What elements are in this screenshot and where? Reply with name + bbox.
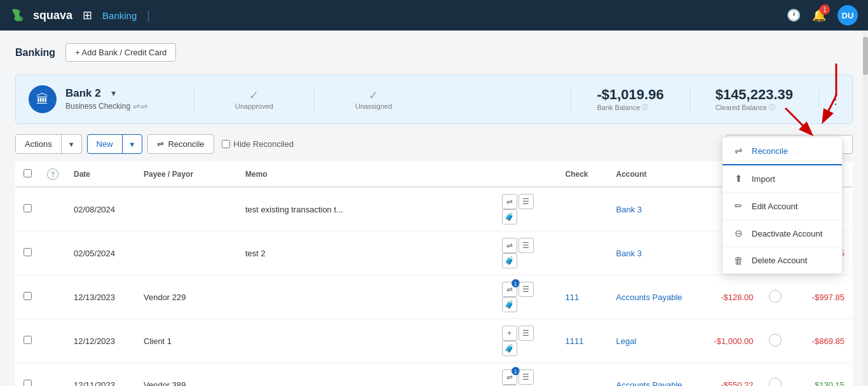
bank-name: Bank 2 [65, 87, 101, 100]
reconcile-circle[interactable] [769, 378, 782, 387]
row-help-cell [39, 363, 66, 387]
row-payee [136, 187, 238, 231]
dropdown-item-icon: ⬆ [733, 173, 744, 184]
dropdown-item-label: Import [752, 174, 775, 184]
reconcile-circle[interactable] [769, 334, 782, 347]
row-action-icon[interactable]: ☰ [519, 194, 534, 209]
grid-icon[interactable]: ⊞ [83, 8, 92, 22]
add-bank-button[interactable]: + Add Bank / Credit Card [65, 43, 176, 62]
row-account[interactable]: Bank 3 [609, 231, 698, 275]
row-action-icon[interactable]: ☰ [519, 282, 534, 297]
nav-icons: 🕐 🔔 1 DU [787, 5, 858, 25]
hide-reconciled-input[interactable] [222, 140, 230, 148]
row-checkbox-cell [16, 363, 40, 387]
new-button[interactable]: New [88, 135, 123, 153]
unassigned-label: Unassigned [355, 102, 392, 110]
row-account[interactable]: Bank 3 [609, 187, 698, 231]
bank-card: 🏛 Bank 2 ▼ Business Checking ⇌⇌ ✓ Unappr… [15, 74, 853, 124]
row-checkbox[interactable] [24, 336, 32, 344]
bank-more-button[interactable]: ⋮ [818, 92, 852, 107]
check-icon-unapproved: ✓ [249, 88, 259, 102]
row-action-icon[interactable]: ☰ [519, 238, 534, 253]
help-icon[interactable]: ? [47, 169, 58, 180]
bank-info: 🏛 Bank 2 ▼ Business Checking ⇌⇌ [16, 75, 194, 123]
dropdown-menu-item-edit-account[interactable]: ✏Edit Account [722, 193, 842, 220]
unassigned-stat: ✓ Unassigned [314, 88, 433, 110]
row-checkbox[interactable] [24, 248, 32, 256]
row-check-num: 111 [558, 275, 609, 319]
table-row: 12/13/2023 Vendor 229 ⇌1☰🧳 111 Accounts … [16, 275, 853, 319]
row-checkbox[interactable] [24, 292, 32, 300]
cleared-balance-info-icon: ⓘ [769, 103, 775, 112]
bank-dropdown-icon[interactable]: ▼ [110, 89, 118, 98]
clock-icon[interactable]: 🕐 [787, 8, 801, 22]
dropdown-menu-item-deactivate-account[interactable]: ⊖Deactivate Account [722, 220, 842, 247]
row-help-cell [39, 187, 66, 231]
row-checkbox-cell [16, 187, 40, 231]
dropdown-menu-item-import[interactable]: ⬆Import [722, 165, 842, 193]
row-date: 12/13/2023 [66, 275, 136, 319]
col-select-all[interactable] [16, 162, 40, 188]
bank-icon: 🏛 [29, 85, 57, 113]
row-action-icon[interactable]: 🧳 [502, 253, 517, 268]
col-icons-header [494, 162, 558, 188]
dropdown-menu-item-delete-account[interactable]: 🗑Delete Account [722, 247, 842, 273]
scrollbar-thumb[interactable] [863, 37, 868, 75]
cleared-balance-label: Cleared Balance ⓘ [715, 103, 793, 112]
row-date: 02/08/2024 [66, 187, 136, 231]
col-date-header: Date [66, 162, 136, 188]
dropdown-item-icon: 🗑 [733, 255, 744, 266]
reconcile-button[interactable]: ⇌ Reconcile [147, 134, 214, 154]
row-action-icon[interactable]: + [502, 326, 517, 341]
row-action-icon[interactable]: ☰ [519, 326, 534, 341]
row-action-icon[interactable]: ⇌ [502, 194, 517, 209]
nav-banking-label[interactable]: Banking [102, 10, 137, 21]
unassigned-info: ✓ Unassigned [330, 88, 417, 110]
row-icons-cell: +☰🧳 [494, 319, 558, 363]
row-action-icon[interactable]: ⇌1 [502, 369, 517, 385]
row-action-icon[interactable]: ⇌1 [502, 282, 517, 297]
new-dropdown-arrow[interactable]: ▼ [123, 136, 142, 153]
notification-icon[interactable]: 🔔 1 [812, 8, 826, 22]
dropdown-item-label: Reconcile [752, 146, 788, 156]
row-icons-cell: ⇌1☰🧳 [494, 363, 558, 387]
dropdown-item-label: Deactivate Account [752, 229, 822, 238]
row-payee: Vendor 229 [136, 275, 238, 319]
row-payee: Client 1 [136, 319, 238, 363]
row-check-num [558, 187, 609, 231]
more-icon: ⋮ [829, 92, 842, 107]
cleared-balance: $145,223.39 Cleared Balance ⓘ [689, 86, 818, 112]
table-row: 12/12/2023 Client 1 +☰🧳 1111 Legal -$1,0… [16, 319, 853, 363]
row-date: 02/05/2024 [66, 231, 136, 275]
row-account[interactable]: Accounts Payable [609, 363, 698, 387]
row-check-num [558, 363, 609, 387]
squava-logo-icon [10, 6, 28, 24]
unapproved-label: Unapproved [235, 102, 273, 110]
hide-reconciled-checkbox[interactable]: Hide Reconciled [222, 139, 294, 149]
row-action-icon[interactable]: ⇌ [502, 238, 517, 253]
row-action-icon[interactable]: 🧳 [502, 341, 517, 356]
select-all-checkbox[interactable] [24, 169, 32, 177]
new-button-group: New ▼ [87, 134, 143, 154]
row-checkbox[interactable] [24, 380, 32, 386]
logo[interactable]: squava [10, 6, 72, 24]
row-amount: -$128.00 [698, 275, 761, 319]
row-memo [238, 275, 494, 319]
row-account[interactable]: Legal [609, 319, 698, 363]
row-action-icon[interactable]: 🧳 [502, 297, 517, 312]
actions-dropdown-arrow[interactable]: ▼ [62, 136, 81, 153]
dropdown-menu-item-reconcile[interactable]: ⇌Reconcile [722, 137, 842, 165]
table-row: 12/11/2023 Vendor 389 ⇌1☰🧳 Accounts Paya… [16, 363, 853, 387]
row-account[interactable]: Accounts Payable [609, 275, 698, 319]
row-action-icon[interactable]: 🧳 [502, 209, 517, 224]
row-checkbox-cell [16, 275, 40, 319]
user-avatar[interactable]: DU [837, 5, 858, 25]
reconcile-circle[interactable] [769, 290, 782, 303]
actions-button[interactable]: Actions [16, 135, 62, 153]
row-icons-cell: ⇌☰🧳 [494, 231, 558, 275]
row-checkbox[interactable] [24, 204, 32, 212]
row-action-icon[interactable]: ☰ [519, 369, 534, 385]
row-help-cell [39, 275, 66, 319]
row-running-balance: $130.15 [789, 363, 853, 387]
dropdown-item-label: Edit Account [752, 202, 797, 211]
